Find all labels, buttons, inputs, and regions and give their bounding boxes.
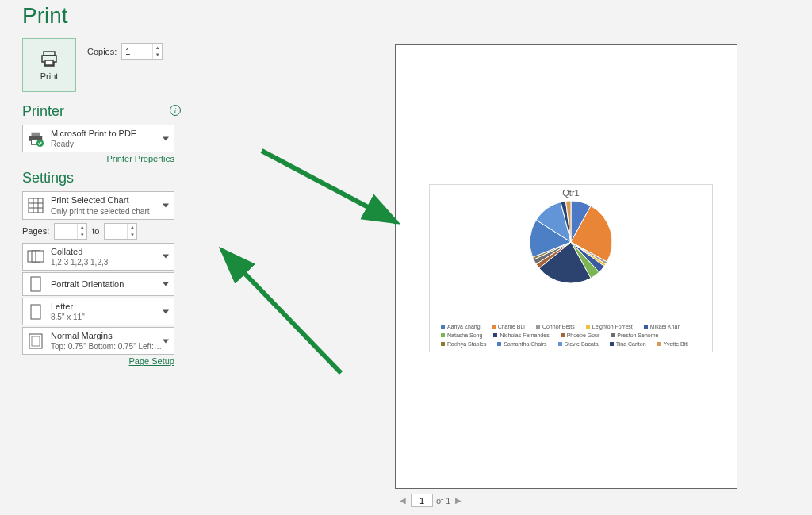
legend-swatch <box>441 333 445 337</box>
printer-status: Ready <box>51 139 170 149</box>
legend-item: Samantha Chairs <box>497 341 546 347</box>
chart-preview: Qtr1 Aanya ZhangCharlie BuiConnor BettsL… <box>429 184 713 352</box>
svg-rect-8 <box>31 277 40 291</box>
legend-swatch <box>657 342 661 346</box>
svg-rect-1 <box>45 60 53 65</box>
collate-sub: 1,2,3 1,2,3 1,2,3 <box>51 257 170 267</box>
legend-swatch <box>610 342 614 346</box>
svg-line-12 <box>262 151 396 222</box>
chevron-up-icon[interactable]: ▲ <box>153 44 162 52</box>
copies-label: Copies: <box>87 47 117 56</box>
svg-rect-11 <box>32 336 40 346</box>
printer-properties-link[interactable]: Printer Properties <box>22 154 174 163</box>
legend-swatch <box>492 325 496 329</box>
page-icon <box>27 303 44 321</box>
svg-rect-9 <box>31 305 40 319</box>
page-preview: Qtr1 Aanya ZhangCharlie BuiConnor BettsL… <box>395 44 737 489</box>
legend-label: Natasha Song <box>447 332 482 338</box>
page-count-label: of 1 <box>436 496 450 505</box>
paper-sub: 8.5" x 11" <box>51 312 170 322</box>
page-setup-link[interactable]: Page Setup <box>22 356 174 366</box>
chart-icon <box>27 197 44 214</box>
printer-select[interactable]: Microsoft Print to PDF Ready <box>22 125 174 152</box>
page-title: Print <box>0 0 812 29</box>
chevron-up-icon[interactable]: ▲ <box>128 224 136 232</box>
legend-label: Charlie Bui <box>498 324 525 329</box>
chevron-down-icon <box>163 136 169 140</box>
pie-chart <box>528 199 614 286</box>
legend-swatch <box>644 325 648 329</box>
legend-label: Aanya Zhang <box>447 324 481 329</box>
chevron-up-icon[interactable]: ▲ <box>78 224 86 232</box>
chevron-down-icon <box>163 309 169 313</box>
printer-icon <box>39 49 59 68</box>
copies-input[interactable] <box>122 44 152 59</box>
collate-select[interactable]: Collated 1,2,3 1,2,3 1,2,3 <box>22 243 174 271</box>
paper-size-select[interactable]: Letter 8.5" x 11" <box>22 298 174 325</box>
annotation-arrow-right <box>254 143 412 238</box>
legend-item: Aanya Zhang <box>441 324 481 329</box>
legend-item: Natasha Song <box>441 332 482 338</box>
scope-sub: Only print the selected chart <box>51 206 170 217</box>
page-number-input[interactable] <box>411 494 433 507</box>
chevron-down-icon <box>163 203 169 207</box>
printer-name: Microsoft Print to PDF <box>51 128 170 139</box>
svg-line-13 <box>222 250 341 373</box>
scope-main: Print Selected Chart <box>51 194 170 206</box>
chevron-down-icon <box>163 339 169 343</box>
pages-to-spinner[interactable]: ▲▼ <box>104 223 137 240</box>
pages-to-label: to <box>92 226 99 236</box>
paper-main: Letter <box>51 301 170 312</box>
print-button[interactable]: Print <box>22 38 76 92</box>
margins-sub: Top: 0.75" Bottom: 0.75" Left:… <box>51 341 170 352</box>
chevron-down-icon[interactable]: ▼ <box>153 52 162 60</box>
print-scope-select[interactable]: Print Selected Chart Only print the sele… <box>22 191 174 219</box>
chevron-down-icon <box>163 255 169 259</box>
legend-swatch <box>536 325 540 329</box>
svg-rect-4 <box>29 198 43 213</box>
svg-rect-0 <box>44 52 55 56</box>
legend-swatch <box>558 342 562 346</box>
legend-swatch <box>611 333 615 337</box>
legend-label: Stevie Bacata <box>565 341 599 347</box>
legend-swatch <box>493 333 497 337</box>
pages-to-input[interactable] <box>105 224 127 239</box>
legend-label: Leighton Forrest <box>592 324 633 329</box>
legend-label: Nicholas Fernandes <box>500 332 549 338</box>
collate-main: Collated <box>51 246 170 257</box>
next-page-button[interactable]: ▶ <box>454 496 463 505</box>
chevron-down-icon[interactable]: ▼ <box>128 231 136 239</box>
legend-item: Stevie Bacata <box>558 341 599 347</box>
print-options-panel: Print Copies: ▲ ▼ i Printer Microsoft Pr… <box>22 38 181 372</box>
legend-label: Preston Senome <box>617 332 658 338</box>
chevron-down-icon <box>163 282 169 286</box>
pages-from-input[interactable] <box>55 224 77 239</box>
legend-item: Charlie Bui <box>492 324 525 329</box>
orientation-main: Portrait Orientation <box>51 279 170 290</box>
orientation-select[interactable]: Portrait Orientation <box>22 272 174 296</box>
settings-header: Settings <box>22 170 181 186</box>
chevron-down-icon[interactable]: ▼ <box>78 231 86 239</box>
chart-title: Qtr1 <box>430 188 712 198</box>
prev-page-button[interactable]: ◀ <box>398 496 408 505</box>
legend-label: Yvette Biti <box>664 341 688 347</box>
portrait-icon <box>27 275 44 293</box>
legend-item: Preston Senome <box>611 332 658 338</box>
margins-select[interactable]: Normal Margins Top: 0.75" Bottom: 0.75" … <box>22 327 174 355</box>
legend-swatch <box>441 325 445 329</box>
legend-label: Samantha Chairs <box>504 341 546 347</box>
legend-item: Mikael Khan <box>644 324 681 329</box>
annotation-arrow-left <box>206 238 365 381</box>
pages-label: Pages: <box>22 226 49 236</box>
info-icon[interactable]: i <box>170 105 181 116</box>
page-navigator: ◀ of 1 ▶ <box>398 494 463 507</box>
copies-spinner[interactable]: ▲ ▼ <box>121 43 163 60</box>
chart-legend: Aanya ZhangCharlie BuiConnor BettsLeight… <box>441 324 701 347</box>
pages-from-spinner[interactable]: ▲▼ <box>54 223 87 240</box>
legend-label: Mikael Khan <box>650 324 681 329</box>
legend-swatch <box>497 342 501 346</box>
legend-swatch <box>441 342 445 346</box>
legend-label: Connor Betts <box>542 324 575 329</box>
legend-item: Tina Carlton <box>610 341 646 347</box>
legend-swatch <box>586 325 590 329</box>
